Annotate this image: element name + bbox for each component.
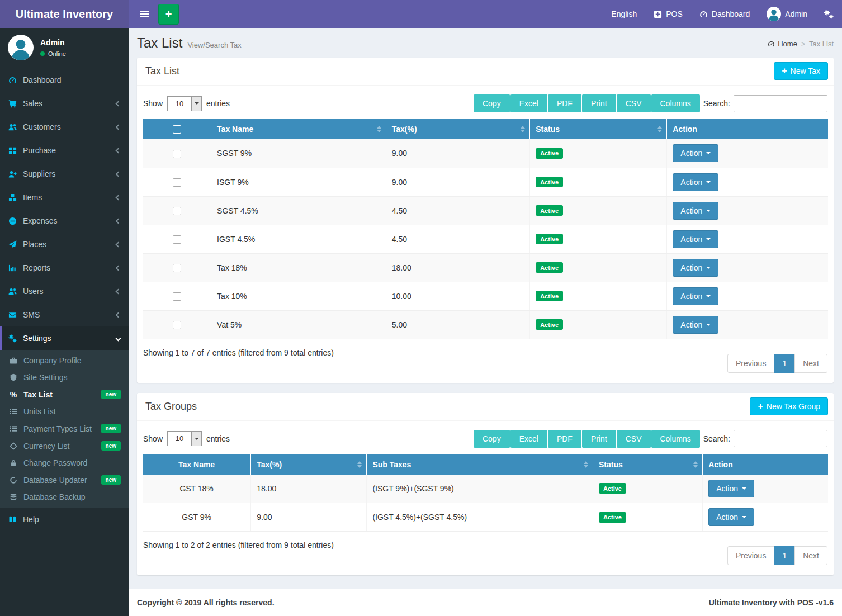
page-size-select[interactable]: 10 — [167, 431, 202, 446]
action-dropdown-button[interactable]: Action — [708, 508, 754, 526]
page-1-button[interactable]: 1 — [774, 546, 795, 565]
copy-button[interactable]: Copy — [474, 430, 510, 448]
table-row: Vat 5% 5.00 Active Action — [143, 310, 828, 339]
book-icon — [8, 515, 17, 524]
pdf-button[interactable]: PDF — [548, 430, 582, 448]
action-dropdown-button[interactable]: Action — [673, 173, 718, 191]
sidebar-item-suppliers[interactable]: Suppliers — [0, 162, 129, 186]
sidebar-item-reports[interactable]: Reports — [0, 256, 129, 279]
chevron-left-icon — [116, 148, 121, 153]
sidebar-item-customers[interactable]: Customers — [0, 115, 129, 139]
cogs-icon — [824, 10, 834, 19]
sidebar-item-site-settings[interactable]: Site Settings — [0, 369, 129, 386]
print-button[interactable]: Print — [582, 94, 617, 112]
tax-pct-cell: 9.00 — [386, 139, 529, 168]
version-text: Ultimate Inventory with POS -v1.6 — [709, 598, 834, 607]
column-header-sub-taxes[interactable]: Sub Taxes — [367, 454, 593, 475]
next-page-button[interactable]: Next — [794, 546, 827, 565]
row-checkbox[interactable] — [173, 207, 181, 215]
action-dropdown-button[interactable]: Action — [673, 316, 718, 334]
column-header-tax-name[interactable]: Tax Name — [211, 119, 386, 139]
previous-page-button[interactable]: Previous — [727, 546, 774, 565]
sub-taxes-cell: (IGST 4.5%)+(SGST 4.5%) — [367, 503, 593, 532]
cart-icon — [8, 99, 17, 108]
page-subtitle: View/Search Tax — [187, 41, 241, 49]
tax-name-cell: ISGT 9% — [211, 168, 386, 196]
previous-page-button[interactable]: Previous — [727, 354, 774, 373]
sidebar-item-database-backup[interactable]: Database Backup — [0, 489, 129, 505]
row-checkbox[interactable] — [173, 292, 181, 301]
sidebar-item-settings[interactable]: Settings — [0, 326, 129, 350]
action-dropdown-button[interactable]: Action — [673, 230, 718, 248]
excel-button[interactable]: Excel — [510, 94, 548, 112]
show-label: Show — [143, 99, 163, 108]
search-input[interactable] — [734, 95, 827, 112]
entries-label: entries — [206, 434, 230, 443]
csv-button[interactable]: CSV — [617, 430, 651, 448]
column-header-tax-pct[interactable]: Tax(%) — [251, 454, 367, 475]
sidebar-user-panel: Admin Online — [0, 28, 129, 66]
plus-icon: + — [758, 402, 763, 411]
app-logo[interactable]: Ultimate Inventory — [0, 0, 129, 28]
breadcrumb-separator: > — [801, 40, 805, 48]
pdf-button[interactable]: PDF — [548, 94, 582, 112]
page-size-select[interactable]: 10 — [167, 96, 202, 111]
search-input[interactable] — [734, 430, 827, 447]
tax-name-cell: Vat 5% — [211, 310, 386, 339]
sidebar-item-users[interactable]: Users — [0, 279, 129, 303]
sidebar-item-sales[interactable]: Sales — [0, 92, 129, 115]
new-tax-button[interactable]: +New Tax — [774, 62, 828, 80]
action-dropdown-button[interactable]: Action — [673, 202, 718, 220]
action-dropdown-button[interactable]: Action — [673, 259, 718, 277]
circle-icon — [10, 476, 17, 484]
sidebar-item-currency-list[interactable]: Currency Listnew — [0, 437, 129, 454]
action-dropdown-button[interactable]: Action — [673, 144, 718, 162]
quick-add-button[interactable]: + — [158, 4, 179, 25]
sidebar-item-places[interactable]: Places — [0, 233, 129, 256]
copy-button[interactable]: Copy — [474, 94, 510, 112]
user-menu[interactable]: Admin — [758, 0, 816, 28]
column-header-status[interactable]: Status — [530, 119, 667, 139]
new-badge: new — [101, 424, 121, 433]
bar-chart-icon — [8, 264, 17, 272]
column-header-status[interactable]: Status — [593, 454, 702, 475]
column-header-tax-pct[interactable]: Tax(%) — [386, 119, 529, 139]
pos-link[interactable]: POS — [645, 0, 691, 28]
sidebar-item-units-list[interactable]: Units List — [0, 403, 129, 420]
row-checkbox[interactable] — [173, 235, 181, 244]
sidebar-item-sms[interactable]: SMS — [0, 303, 129, 326]
sidebar-item-payment-types-list[interactable]: Payment Types Listnew — [0, 420, 129, 437]
action-dropdown-button[interactable]: Action — [708, 480, 754, 497]
select-all-checkbox[interactable] — [173, 125, 181, 134]
columns-button[interactable]: Columns — [651, 94, 700, 112]
top-navbar: Ultimate Inventory + English POS Dashboa… — [0, 0, 842, 28]
next-page-button[interactable]: Next — [794, 354, 827, 373]
row-checkbox[interactable] — [173, 178, 181, 187]
dashboard-link[interactable]: Dashboard — [691, 0, 759, 28]
sidebar-item-tax-list[interactable]: %Tax Listnew — [0, 386, 129, 403]
csv-button[interactable]: CSV — [617, 94, 651, 112]
sidebar-item-dashboard[interactable]: Dashboard — [0, 68, 129, 92]
row-checkbox[interactable] — [173, 321, 181, 329]
excel-button[interactable]: Excel — [510, 430, 548, 448]
sidebar-item-purchase[interactable]: Purchase — [0, 139, 129, 162]
sidebar-item-help[interactable]: Help — [0, 508, 129, 531]
settings-menu[interactable] — [816, 0, 842, 28]
sidebar-item-company-profile[interactable]: Company Profile — [0, 352, 129, 369]
breadcrumb-home-link[interactable]: Home — [768, 40, 797, 48]
column-header-tax-name[interactable]: Tax Name — [143, 454, 251, 475]
row-checkbox[interactable] — [173, 150, 181, 158]
sidebar-item-database-updater[interactable]: Database Updaternew — [0, 471, 129, 489]
sidebar-item-expenses[interactable]: Expenses — [0, 209, 129, 233]
print-button[interactable]: Print — [582, 430, 617, 448]
sidebar-user-status[interactable]: Online — [40, 50, 66, 57]
new-tax-group-button[interactable]: +New Tax Group — [750, 397, 828, 415]
page-1-button[interactable]: 1 — [774, 354, 795, 373]
sidebar-item-change-password[interactable]: Change Password — [0, 454, 129, 471]
action-dropdown-button[interactable]: Action — [673, 287, 718, 305]
hamburger-icon[interactable] — [140, 11, 149, 17]
language-menu[interactable]: English — [603, 0, 645, 28]
columns-button[interactable]: Columns — [651, 430, 700, 448]
sidebar-item-items[interactable]: Items — [0, 186, 129, 209]
row-checkbox[interactable] — [173, 264, 181, 272]
